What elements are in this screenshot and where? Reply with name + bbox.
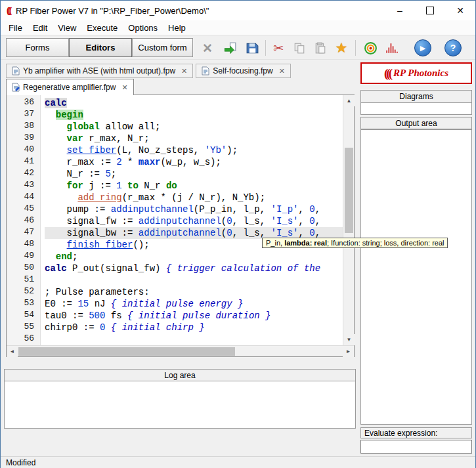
log-area-group: Log area: [4, 369, 356, 429]
evaluate-expression-input[interactable]: [360, 440, 472, 454]
close-button[interactable]: ✕: [445, 1, 475, 20]
line-number: 47: [7, 227, 40, 239]
line-number: 46: [7, 215, 40, 227]
code-line: r_max := 2 * maxr(w_p, w_s);: [45, 156, 343, 168]
code-line: [45, 274, 343, 286]
window-controls: – ✕: [385, 1, 475, 20]
open-button[interactable]: [220, 38, 240, 58]
menu-file[interactable]: File: [3, 22, 28, 34]
menubar: File Edit View Execute Options Help: [1, 20, 475, 35]
line-number: 36: [7, 97, 40, 109]
evaluate-expression-label: Evaluate expression:: [360, 427, 472, 438]
maximize-icon: [426, 7, 434, 14]
toolbar-separator: [265, 40, 266, 56]
vscrollbar-thumb[interactable]: [345, 148, 353, 233]
code-lines[interactable]: calc begin global allow all; var r_max, …: [41, 95, 343, 345]
tab-self-focusing[interactable]: Self-focusing.fpw ✕: [196, 64, 291, 78]
code-line: for j := 1 to N_r do: [45, 180, 343, 192]
code-line: add_ring(r_max * (j / N_r), N_Yb);: [45, 192, 343, 203]
menu-help[interactable]: Help: [163, 22, 191, 34]
document-icon: [202, 66, 209, 75]
custom-form-view-button[interactable]: Custom form: [132, 38, 193, 57]
maximize-button[interactable]: [415, 1, 445, 20]
tab-close-icon[interactable]: ✕: [279, 67, 285, 75]
app-logo-icon: (((: [7, 6, 11, 15]
code-line: pump := addinputchannel(P_p_in, l_p, 'I_…: [45, 203, 343, 215]
scroll-up-button[interactable]: ▲: [343, 95, 355, 106]
parameter-hint-tooltip: P_in, lambda: real; Ifunction: string; l…: [262, 238, 448, 248]
app-window: ((( RP Fiber Power V7 in "P:\RP_Fiber_Po…: [0, 0, 476, 468]
line-number: 51: [7, 274, 40, 286]
paste-button[interactable]: [311, 38, 330, 58]
editor-vscrollbar[interactable]: ▲ ▼: [343, 95, 354, 345]
tab-yb-amplifier[interactable]: Yb amplifier with ASE (with html output)…: [6, 64, 193, 78]
spectrum-button[interactable]: [381, 38, 401, 58]
code-line: E0 := 15 nJ { initial pulse energy }: [45, 298, 343, 310]
line-number: 54: [7, 310, 40, 322]
code-line: end;: [45, 251, 343, 263]
diagrams-button[interactable]: Diagrams: [360, 90, 472, 103]
line-number: 52: [7, 286, 40, 298]
output-area: [360, 129, 472, 425]
scroll-left-button[interactable]: ◄: [7, 346, 18, 357]
document-edit-icon: [12, 83, 20, 92]
line-number: 49: [7, 251, 40, 263]
minimize-button[interactable]: –: [385, 1, 415, 20]
code-line: signal_fw := addinputchannel(0, l_s, 'I_…: [45, 215, 343, 227]
code-line: [45, 333, 343, 345]
minimize-icon: –: [397, 5, 402, 16]
cut-icon: ✂: [273, 41, 284, 56]
line-number: 44: [7, 192, 40, 203]
run-button[interactable]: ▶: [413, 38, 433, 58]
help-button[interactable]: ?: [443, 38, 463, 58]
line-number: 53: [7, 298, 40, 310]
save-button[interactable]: [242, 38, 262, 58]
scroll-right-button[interactable]: ►: [343, 346, 354, 357]
favorite-button[interactable]: ★: [332, 38, 351, 58]
paste-icon: [314, 42, 326, 54]
copy-icon: [293, 42, 305, 54]
code-line: global allow all;: [45, 121, 343, 133]
delete-button[interactable]: ✕: [198, 38, 217, 58]
line-number: 48: [7, 239, 40, 251]
spectrum-icon: [385, 41, 399, 55]
titlebar[interactable]: ((( RP Fiber Power V7 in "P:\RP_Fiber_Po…: [1, 1, 475, 20]
line-number: 56: [7, 333, 40, 345]
run-icon: ▶: [414, 39, 431, 56]
beam-profile-icon: [364, 41, 378, 55]
forms-view-button[interactable]: Forms: [6, 38, 69, 57]
line-number: 39: [7, 133, 40, 144]
code-line: calc P_out(signal_fw) { trigger calculat…: [45, 263, 343, 274]
code-line: tau0 := 500 fs { initial pulse duration …: [45, 310, 343, 322]
tab-label: Regenerative amplifier.fpw: [23, 83, 116, 92]
menu-execute[interactable]: Execute: [81, 22, 123, 34]
menu-edit[interactable]: Edit: [28, 22, 53, 34]
tab-regenerative-amplifier[interactable]: Regenerative amplifier.fpw ✕: [6, 79, 134, 95]
line-number: 41: [7, 156, 40, 168]
tab-close-icon[interactable]: ✕: [181, 67, 187, 75]
tab-label: Self-focusing.fpw: [213, 66, 272, 75]
status-modified: Modified: [6, 458, 35, 467]
editor-gutter: 3637383940414243444546474849505152535455…: [7, 95, 41, 345]
tab-close-icon[interactable]: ✕: [121, 83, 127, 92]
beam-profile-button[interactable]: [360, 38, 380, 58]
line-number: 40: [7, 144, 40, 156]
toolbar-separator: [355, 40, 356, 56]
menu-view[interactable]: View: [53, 22, 81, 34]
code-editor[interactable]: 3637383940414243444546474849505152535455…: [6, 95, 355, 357]
line-number: 50: [7, 263, 40, 274]
copy-button[interactable]: [290, 38, 309, 58]
line-number: 45: [7, 203, 40, 215]
line-number: 38: [7, 121, 40, 133]
editors-view-button[interactable]: Editors: [69, 38, 132, 57]
diagrams-list: [360, 103, 472, 115]
line-number: 43: [7, 180, 40, 192]
hscrollbar-thumb[interactable]: [18, 347, 235, 356]
status-bar: Modified: [1, 456, 475, 468]
editor-hscrollbar[interactable]: ◄ ►: [7, 345, 354, 356]
tab-label: Yb amplifier with ASE (with html output)…: [23, 66, 175, 75]
cut-button[interactable]: ✂: [269, 38, 288, 58]
delete-icon: ✕: [202, 41, 213, 56]
scroll-down-button[interactable]: ▼: [343, 334, 355, 345]
menu-options[interactable]: Options: [123, 22, 163, 34]
